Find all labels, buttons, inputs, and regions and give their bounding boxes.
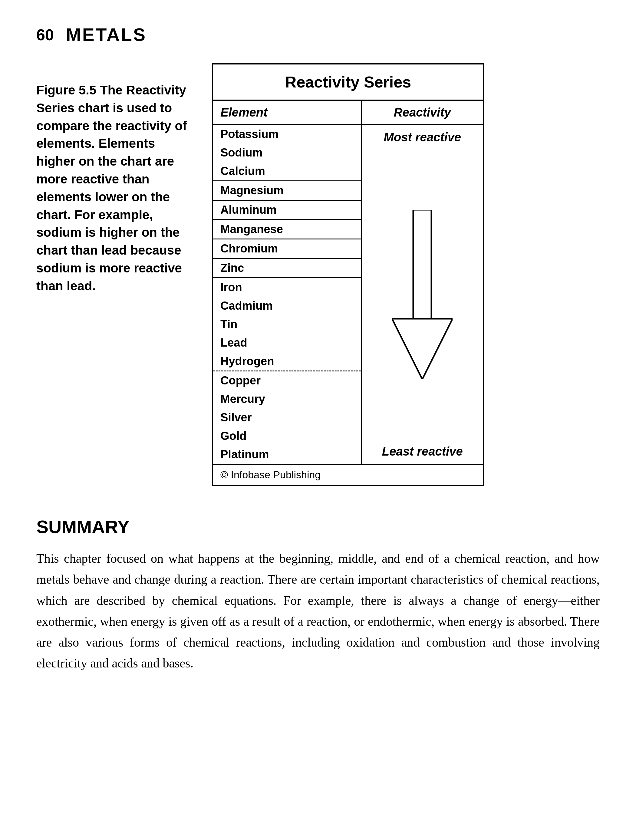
least-reactive-label: Least reactive [376,442,469,461]
reactivity-visual-column: Most reactive Least reactive [362,125,483,464]
element-sodium: Sodium [213,144,361,162]
table-title: Reactivity Series [213,65,483,101]
element-iron: Iron [213,278,361,297]
element-cadmium: Cadmium [213,297,361,315]
page-title: METALS [66,24,147,45]
reactivity-arrow-svg [392,210,453,379]
element-aluminum: Aluminum [213,201,361,220]
element-silver: Silver [213,408,361,427]
element-potassium: Potassium [213,125,361,144]
element-gold: Gold [213,427,361,445]
summary-section: SUMMARY This chapter focused on what hap… [36,516,600,674]
copyright-notice: © Infobase Publishing [213,464,483,485]
page-header: 60 METALS [36,24,600,45]
most-reactive-label: Most reactive [377,128,467,147]
reactivity-series-table: Reactivity Series Element Reactivity Pot… [212,63,484,486]
figure-caption-text: Figure 5.5 The Reactivity Series chart i… [36,81,188,295]
main-content: Figure 5.5 The Reactivity Series chart i… [36,63,600,486]
element-calcium: Calcium [213,162,361,181]
element-chromium: Chromium [213,240,361,259]
elements-column: Potassium Sodium Calcium Magnesium Alumi… [213,125,362,464]
element-copper: Copper [213,371,361,390]
page-number: 60 [36,26,54,44]
summary-text: This chapter focused on what happens at … [36,548,600,674]
svg-marker-1 [392,319,453,379]
element-hydrogen: Hydrogen [213,352,361,371]
figure-caption: Figure 5.5 The Reactivity Series chart i… [36,63,188,486]
col-element-header: Element [213,101,362,124]
col-reactivity-header: Reactivity [362,101,483,124]
element-tin: Tin [213,315,361,333]
figure-label: Figure 5.5 [36,83,96,97]
element-lead: Lead [213,333,361,352]
figure-caption-body: The Reactivity Series chart is used to c… [36,83,187,293]
svg-rect-0 [413,210,431,319]
element-zinc: Zinc [213,259,361,278]
element-platinum: Platinum [213,445,361,464]
element-manganese: Manganese [213,220,361,240]
element-magnesium: Magnesium [213,181,361,201]
element-mercury: Mercury [213,390,361,408]
summary-heading: SUMMARY [36,516,600,537]
